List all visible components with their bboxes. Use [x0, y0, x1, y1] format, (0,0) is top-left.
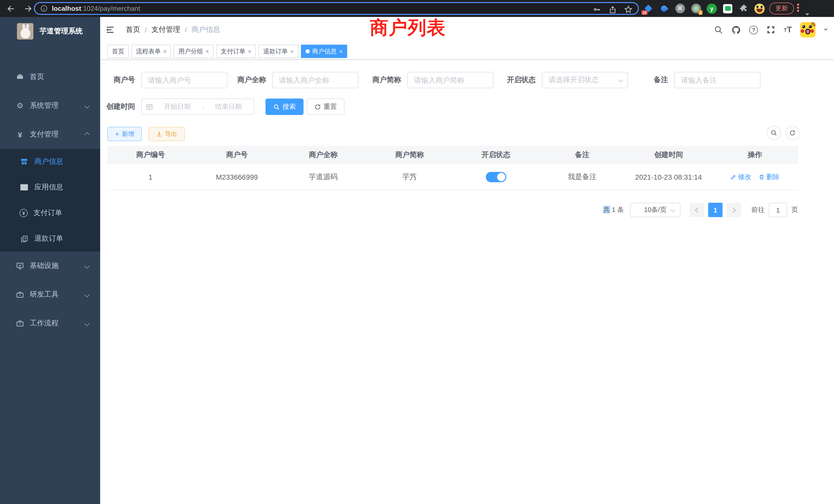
cell-actions: 修改 删除 [712, 173, 798, 182]
sidebar-item-merchant-info[interactable]: 商户信息 [0, 149, 100, 175]
toolbox-icon [16, 291, 25, 299]
field-status: 开启状态 请选择开启状态 [502, 72, 628, 88]
field-create-time: 创建时间 开始日期 - 结束日期 [102, 98, 254, 115]
sidebar: 芋道管理系统 首页 ⚙ 系统管理 ¥ 支付管理 [0, 17, 100, 504]
browser-toolbar: localhost :1024/pay/merchant 10 ⌘ 1 y 更新 [0, 0, 834, 17]
pagination-total: 共 1 条 [603, 205, 624, 214]
tab-home[interactable]: 首页 [107, 45, 129, 58]
sidebar-item-home[interactable]: 首页 [0, 63, 100, 91]
breadcrumb-home[interactable]: 首页 [126, 25, 140, 35]
chevron-up-icon [85, 132, 90, 137]
close-icon[interactable]: × [290, 48, 294, 54]
header-search-icon[interactable] [714, 25, 723, 35]
edit-pencil-icon [730, 174, 737, 180]
breadcrumb-pay[interactable]: 支付管理 [152, 25, 180, 35]
tab-refund-order[interactable]: 退款订单× [259, 45, 299, 58]
grid-icon [20, 184, 29, 191]
app-logo-row[interactable]: 芋道管理系统 [0, 17, 100, 46]
cell-merchant-id: 1 [107, 173, 194, 181]
browser-profile-avatar[interactable] [754, 3, 765, 14]
url-path: :1024/pay/merchant [81, 5, 140, 12]
sidebar-collapse-button[interactable] [100, 17, 118, 43]
dashboard-icon [16, 73, 25, 81]
sidebar-item-devtools[interactable]: 研发工具 [0, 280, 100, 309]
command-extension-icon[interactable]: ⌘ [675, 3, 685, 14]
export-button[interactable]: 导出 [148, 127, 185, 141]
cell-full-name: 芋道源码 [280, 173, 367, 182]
screen: localhost :1024/pay/merchant 10 ⌘ 1 y 更新 [0, 0, 834, 504]
url-bar[interactable]: localhost :1024/pay/merchant [34, 2, 639, 15]
goto-page-input[interactable]: 1 [769, 203, 787, 217]
date-start-placeholder: 开始日期 [156, 102, 199, 111]
date-range-picker[interactable]: 开始日期 - 结束日期 [141, 98, 254, 115]
app-logo-image [17, 23, 34, 40]
merchant-no-input[interactable] [141, 72, 227, 88]
close-icon[interactable]: × [248, 48, 251, 54]
cell-remark: 我是备注 [539, 173, 625, 182]
goto-suffix: 页 [791, 205, 798, 214]
sidebar-item-label: 首页 [30, 72, 44, 82]
next-page-button[interactable] [727, 203, 741, 217]
tab-pay-order[interactable]: 支付订单× [216, 45, 256, 58]
sidebar-item-refund-order[interactable]: 退款订单 [0, 226, 100, 251]
show-search-toggle-button[interactable] [767, 126, 781, 140]
sidebar-item-infra[interactable]: 基础设施 [0, 251, 100, 280]
close-icon[interactable]: × [206, 48, 209, 54]
chat-extension-icon[interactable] [723, 3, 733, 14]
tab-merchant-info[interactable]: 商户信息× [301, 45, 347, 58]
breadcrumb-current: 商户信息 [192, 25, 220, 35]
password-key-icon[interactable] [593, 5, 601, 14]
puzzle-extensions-icon[interactable] [739, 3, 749, 14]
page-1-button[interactable]: 1 [708, 203, 723, 217]
close-icon[interactable]: × [163, 48, 167, 54]
user-avatar[interactable] [800, 22, 815, 38]
avatar-caret-icon[interactable] [824, 29, 828, 33]
store-icon [20, 158, 29, 166]
goto-label: 前往 [751, 205, 765, 214]
github-icon[interactable] [731, 25, 741, 35]
sidebar-item-label: 研发工具 [30, 290, 59, 299]
search-button[interactable]: 搜索 [265, 98, 304, 115]
chevron-down-icon [671, 207, 676, 212]
sidebar-item-pay-order[interactable]: ¥ 支付订单 [0, 200, 100, 226]
fullscreen-icon[interactable] [766, 25, 775, 35]
status-toggle[interactable] [486, 172, 506, 182]
forward-icon[interactable] [22, 2, 35, 15]
merchant-fullname-input[interactable] [272, 72, 358, 88]
info-icon[interactable] [40, 5, 48, 12]
add-button[interactable]: + 新增 [107, 127, 142, 141]
sidebar-item-workflow[interactable]: 工作流程 [0, 309, 100, 338]
sider-extension-icon[interactable]: 10 [643, 3, 653, 14]
help-icon[interactable]: ? [749, 25, 758, 34]
recorder-extension-icon[interactable]: 1 [691, 3, 701, 14]
sidebar-item-pay[interactable]: ¥ 支付管理 [0, 120, 100, 149]
back-icon[interactable] [4, 2, 18, 15]
merchant-shortname-input[interactable] [407, 72, 493, 88]
y-extension-icon[interactable]: y [707, 3, 717, 14]
cell-created: 2021-10-23 08:31:14 [626, 173, 712, 181]
share-icon[interactable] [609, 5, 617, 14]
browser-update-button[interactable]: 更新 [769, 3, 794, 14]
field-merchant-no: 商户号 [102, 72, 227, 88]
edit-link[interactable]: 修改 [730, 173, 751, 182]
search-icon [273, 104, 280, 110]
tab-user-group[interactable]: 用户分组× [174, 45, 214, 58]
kite-extension-icon[interactable] [659, 3, 669, 14]
calendar-icon [146, 103, 153, 110]
status-select[interactable]: 请选择开启状态 [542, 72, 628, 88]
pay-submenu: 商户信息 应用信息 ¥ 支付订单 [0, 149, 100, 251]
reset-button[interactable]: 重置 [307, 98, 345, 115]
tab-process-form[interactable]: 流程表单× [131, 45, 171, 58]
close-icon[interactable]: × [339, 48, 343, 54]
page-size-select[interactable]: 10条/页 [630, 203, 680, 217]
sidebar-item-system[interactable]: ⚙ 系统管理 [0, 91, 100, 120]
sidebar-item-label: 退款订单 [35, 234, 63, 243]
sidebar-item-app-info[interactable]: 应用信息 [0, 175, 100, 200]
delete-link[interactable]: 删除 [759, 173, 780, 182]
prev-page-button[interactable] [690, 203, 704, 217]
browser-menu-icon[interactable] [797, 4, 799, 12]
refresh-table-button[interactable] [785, 126, 799, 140]
bookmark-star-icon[interactable] [624, 5, 633, 14]
font-size-icon[interactable]: TT [784, 25, 792, 35]
remark-input[interactable] [674, 72, 761, 88]
